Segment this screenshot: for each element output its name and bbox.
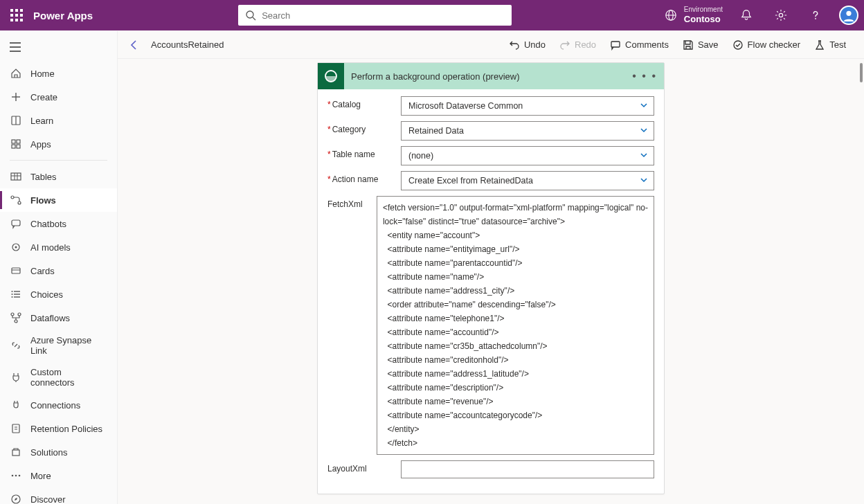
card-icon xyxy=(10,264,22,277)
sidebar-item-custom-connectors[interactable]: Custom connectors xyxy=(0,361,117,393)
flow-icon xyxy=(10,194,22,206)
svg-point-33 xyxy=(12,291,13,292)
sidebar-item-home[interactable]: Home xyxy=(0,62,117,85)
sidebar-item-connections[interactable]: Connections xyxy=(0,393,117,417)
svg-rect-25 xyxy=(12,220,20,226)
svg-rect-39 xyxy=(12,424,19,433)
app-launcher-icon[interactable] xyxy=(6,4,28,26)
sidebar-item-dataflows[interactable]: Dataflows xyxy=(0,306,117,330)
environment-picker[interactable]: Environment Contoso xyxy=(665,6,723,25)
sidebar-item-chatbots[interactable]: Chatbots xyxy=(0,212,117,235)
category-dropdown[interactable]: Retained Data xyxy=(401,121,654,141)
sidebar-item-label: Chatbots xyxy=(30,219,66,229)
search-box[interactable] xyxy=(238,5,512,26)
plus-icon xyxy=(10,91,22,103)
help-button[interactable] xyxy=(804,4,827,26)
flow-name: AccountsRetained xyxy=(151,39,224,50)
scrollbar-thumb[interactable] xyxy=(860,63,863,82)
sidebar-separator xyxy=(10,160,107,161)
retention-icon xyxy=(10,422,22,435)
sidebar-item-cards[interactable]: Cards xyxy=(0,259,117,282)
sidebar-item-label: AI models xyxy=(30,242,71,253)
sidebar-item-label: Azure Synapse Link xyxy=(30,335,107,356)
category-label: *Category xyxy=(327,121,401,134)
svg-point-0 xyxy=(246,11,253,18)
svg-rect-17 xyxy=(12,145,15,148)
sidebar-item-retention[interactable]: Retention Policies xyxy=(0,417,117,440)
back-button[interactable] xyxy=(129,39,148,51)
check-icon xyxy=(732,39,744,51)
action-card[interactable]: Perform a background operation (preview)… xyxy=(317,62,665,494)
sidebar-item-flows[interactable]: Flows xyxy=(0,188,117,212)
main-content: AccountsRetained Undo Redo Comments Save… xyxy=(118,31,864,504)
command-bar: AccountsRetained Undo Redo Comments Save… xyxy=(118,31,864,59)
svg-point-36 xyxy=(11,313,14,316)
svg-rect-28 xyxy=(12,268,20,273)
undo-button[interactable]: Undo xyxy=(502,37,552,53)
table-dropdown[interactable]: (none) xyxy=(401,146,654,165)
sidebar-item-tables[interactable]: Tables xyxy=(0,165,117,188)
user-avatar[interactable] xyxy=(839,6,858,25)
compass-icon xyxy=(10,493,22,504)
sidebar-item-discover[interactable]: Discover xyxy=(0,487,117,504)
card-menu-button[interactable]: • • • xyxy=(632,70,657,82)
hamburger-icon xyxy=(10,42,21,52)
card-body: *Catalog Microsoft Dataverse Common *Cat… xyxy=(318,89,664,494)
test-button[interactable]: Test xyxy=(807,37,853,53)
svg-point-37 xyxy=(18,313,21,316)
sidebar-item-apps[interactable]: Apps xyxy=(0,132,117,156)
question-icon xyxy=(809,9,822,21)
flow-checker-button[interactable]: Flow checker xyxy=(726,37,808,53)
save-icon xyxy=(683,39,694,51)
action-dropdown[interactable]: Create Excel from RetainedData xyxy=(401,171,654,190)
plug-icon xyxy=(10,371,22,384)
sidebar-item-learn[interactable]: Learn xyxy=(0,109,117,132)
undo-icon xyxy=(509,39,520,51)
sidebar-item-synapse[interactable]: Azure Synapse Link xyxy=(0,330,117,361)
branch-icon xyxy=(10,312,22,324)
svg-point-44 xyxy=(15,475,17,477)
sidebar-item-label: Cards xyxy=(30,266,55,276)
svg-point-45 xyxy=(19,475,21,477)
comments-button[interactable]: Comments xyxy=(603,37,676,53)
sidebar-item-choices[interactable]: Choices xyxy=(0,282,117,306)
card-title: Perform a background operation (preview) xyxy=(351,71,632,82)
notifications-button[interactable] xyxy=(735,4,757,26)
environment-name: Contoso xyxy=(684,14,723,25)
list-icon xyxy=(10,288,22,300)
app-title: Power Apps xyxy=(33,10,93,21)
fetchxml-textarea[interactable]: <fetch version="1.0" output-format="xml-… xyxy=(377,196,654,455)
sidebar-item-more[interactable]: More xyxy=(0,464,117,487)
home-icon xyxy=(10,67,22,80)
svg-point-5 xyxy=(779,13,782,17)
chat-icon xyxy=(10,217,22,230)
sidebar-toggle[interactable] xyxy=(0,38,117,62)
sidebar-item-label: Discover xyxy=(30,494,66,505)
sidebar-item-label: Dataflows xyxy=(30,313,70,323)
sidebar-item-create[interactable]: Create xyxy=(0,85,117,109)
svg-line-1 xyxy=(253,17,255,20)
svg-point-24 xyxy=(18,201,21,204)
person-icon xyxy=(843,9,855,21)
layoutxml-input[interactable] xyxy=(401,460,654,478)
svg-point-34 xyxy=(12,294,13,295)
svg-point-43 xyxy=(12,475,14,477)
settings-button[interactable] xyxy=(770,4,792,26)
flow-canvas[interactable]: Perform a background operation (preview)… xyxy=(118,59,864,504)
card-header[interactable]: Perform a background operation (preview)… xyxy=(318,63,664,89)
svg-rect-15 xyxy=(12,140,15,143)
sidebar-item-label: Create xyxy=(30,92,57,102)
sidebar-item-label: Custom connectors xyxy=(30,367,107,388)
svg-point-38 xyxy=(15,320,17,323)
catalog-dropdown[interactable]: Microsoft Dataverse Common xyxy=(401,96,654,116)
chevron-down-icon xyxy=(640,151,648,161)
save-button[interactable]: Save xyxy=(676,37,726,53)
search-input[interactable] xyxy=(262,10,505,21)
svg-point-49 xyxy=(734,41,742,49)
sidebar-item-solutions[interactable]: Solutions xyxy=(0,440,117,464)
sidebar-item-ai-models[interactable]: AI models xyxy=(0,235,117,259)
flask-icon xyxy=(814,39,825,51)
table-label: *Table name xyxy=(327,146,401,159)
more-icon xyxy=(10,469,22,482)
sidebar-item-label: Home xyxy=(30,69,55,79)
